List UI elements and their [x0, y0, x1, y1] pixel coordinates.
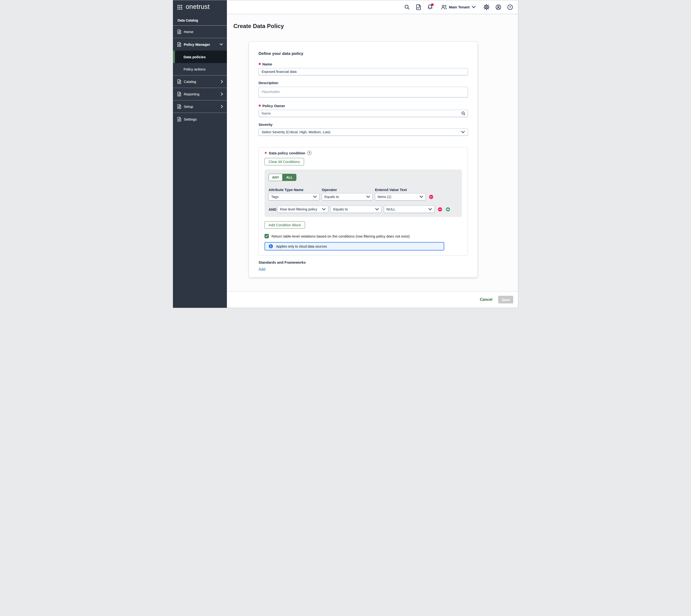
add-condition-icon[interactable]: [446, 207, 450, 212]
table-level-violations-row: Return table-level violations based on t…: [265, 234, 462, 238]
condition-label-row: ✱ Data policy condition ?: [265, 151, 462, 155]
clear-all-conditions-button[interactable]: Clear All Conditions: [265, 158, 304, 166]
chevron-down-icon: [428, 208, 432, 211]
account-button[interactable]: [495, 4, 501, 10]
toggle-any[interactable]: ANY: [269, 174, 283, 181]
description-label: Description: [259, 81, 468, 85]
main-panel: Create Data Policy Define your data poli…: [227, 14, 518, 291]
column-value: Entered Value Text: [375, 188, 426, 192]
standards-add-link[interactable]: Add: [259, 267, 265, 271]
severity-label: Severity: [259, 122, 468, 127]
page-title: Create Data Policy: [233, 23, 518, 29]
sidebar-item-label: Policy actions: [183, 67, 206, 71]
section-title: Define your data policy: [259, 51, 468, 56]
condition-column-headers: Attribute Type Name Operator Entered Val…: [269, 188, 458, 192]
sidebar-item-data-policies[interactable]: Data policies: [173, 50, 227, 63]
help-icon: ?: [507, 4, 513, 10]
policy-form-card: Define your data policy ✱ Name Descripti…: [249, 42, 478, 278]
required-asterisk: ✱: [265, 152, 267, 154]
sidebar-item-label: Setup: [184, 105, 218, 109]
conjunction-label: AND: [269, 207, 275, 212]
operator-value: Equals to: [325, 195, 339, 199]
condition-row: AND Row level filtering policy Equals to…: [269, 206, 458, 213]
toggle-all[interactable]: ALL: [283, 174, 296, 181]
check-icon: [265, 235, 268, 237]
tenant-selector[interactable]: Main Tenant: [441, 4, 475, 10]
remove-condition-icon[interactable]: [438, 207, 442, 212]
policy-owner-input[interactable]: [259, 110, 468, 117]
app-window: onetrust Data Catalog Home Policy Manage…: [173, 0, 518, 308]
checkbox-label: Return table-level violations based on t…: [271, 234, 410, 238]
attribute-select[interactable]: Tags: [269, 193, 319, 200]
description-input[interactable]: [259, 87, 468, 97]
required-asterisk: ✱: [259, 104, 261, 107]
standards-label: Standards and Frameworks: [259, 260, 468, 264]
notification-badge: [431, 3, 434, 6]
condition-help-icon[interactable]: ?: [307, 151, 311, 155]
sidebar-item-setup[interactable]: Setup: [173, 101, 227, 113]
sidebar-item-policy-manager[interactable]: Policy Manager: [173, 38, 227, 50]
document-icon: [177, 29, 181, 34]
operator-select[interactable]: Equals to: [331, 206, 381, 213]
condition-panel: ANY ALL Attribute Type Name Operator Ent…: [265, 170, 462, 217]
value-select[interactable]: NULL: [384, 206, 434, 213]
help-button[interactable]: ?: [507, 4, 513, 10]
column-operator: Operator: [322, 188, 373, 192]
users-icon: [441, 4, 447, 10]
account-icon: [495, 4, 501, 10]
svg-text:?: ?: [509, 5, 511, 9]
logo-text: onetrust: [186, 4, 210, 11]
tenant-label: Main Tenant: [449, 5, 470, 9]
logo[interactable]: onetrust: [173, 0, 227, 14]
sidebar-item-home[interactable]: Home: [173, 26, 227, 38]
sidebar-item-label: Home: [184, 30, 223, 34]
sidebar-item-settings[interactable]: Settings: [173, 113, 227, 125]
chevron-down-icon: [461, 131, 465, 133]
product-label: Data Catalog: [173, 14, 227, 26]
sidebar-item-label: Reporting: [184, 92, 218, 96]
tasks-button[interactable]: [416, 4, 421, 10]
sidebar-nav: Home Policy Manager Data policies Policy…: [173, 26, 227, 125]
name-input[interactable]: [259, 68, 468, 75]
document-icon: [177, 117, 181, 122]
sidebar-item-policy-actions[interactable]: Policy actions: [173, 63, 227, 75]
document-check-icon: [416, 4, 421, 10]
entered-value: Items (1): [378, 195, 391, 199]
gear-icon: [484, 4, 490, 10]
notifications-button[interactable]: [427, 4, 433, 10]
severity-select[interactable]: Select Severity (Critical, High, Medium,…: [259, 129, 468, 136]
grid-dots-icon: [177, 4, 183, 10]
chevron-down-icon: [366, 196, 370, 198]
sidebar-item-label: Policy Manager: [184, 42, 217, 46]
add-condition-block-button[interactable]: Add Condition Block: [265, 221, 305, 229]
save-button[interactable]: Save: [498, 296, 513, 304]
operator-value: Equals to: [333, 207, 348, 211]
operator-select[interactable]: Equals to: [322, 193, 373, 200]
any-all-toggle: ANY ALL: [269, 174, 296, 181]
remove-condition-icon[interactable]: [429, 195, 433, 199]
sidebar-item-label: Catalog: [184, 80, 218, 84]
sidebar-item-label: Settings: [184, 117, 223, 121]
content-area: Main Tenant ? Create Data Policy Define …: [227, 0, 518, 308]
chevron-down-icon: [420, 196, 423, 198]
attribute-select[interactable]: Row level filtering policy: [277, 206, 328, 213]
sidebar-item-label: Data policies: [183, 55, 206, 59]
document-icon: [177, 42, 181, 47]
document-icon: [177, 92, 181, 96]
search-icon[interactable]: [461, 111, 466, 115]
cancel-button[interactable]: Cancel: [480, 298, 492, 302]
sidebar-item-catalog[interactable]: Catalog: [173, 75, 227, 88]
sidebar-item-reporting[interactable]: Reporting: [173, 88, 227, 101]
settings-button[interactable]: [484, 4, 490, 10]
info-text: Applies only to cloud data sources: [276, 244, 327, 248]
search-icon: [404, 4, 410, 10]
entered-value: NULL: [386, 207, 395, 211]
severity-value: Select Severity (Critical, High, Medium,…: [262, 130, 330, 134]
chevron-right-icon: [221, 80, 223, 83]
document-icon: [177, 79, 181, 84]
table-level-violations-checkbox[interactable]: [265, 234, 269, 238]
value-select[interactable]: Items (1): [375, 193, 426, 200]
attribute-value: Tags: [271, 195, 278, 199]
chevron-down-icon: [375, 208, 379, 211]
search-button[interactable]: [404, 4, 410, 10]
